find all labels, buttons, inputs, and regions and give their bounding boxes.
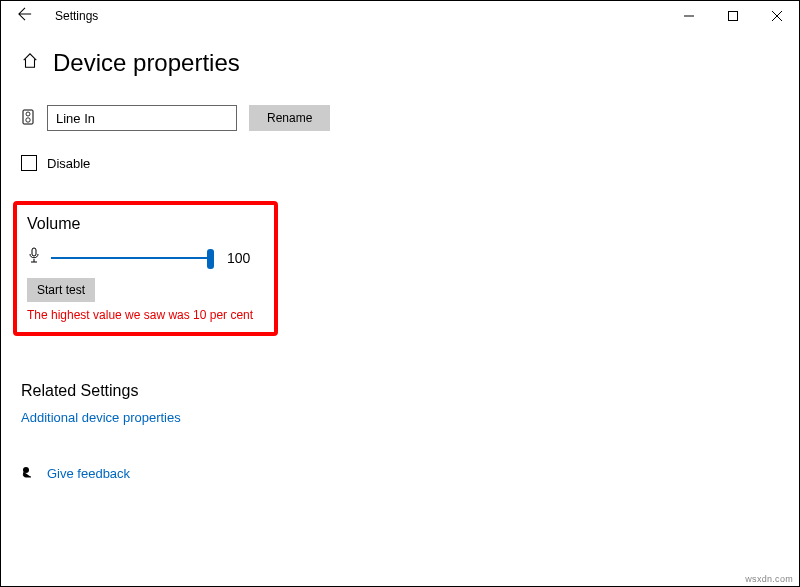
additional-device-properties-link[interactable]: Additional device properties: [21, 410, 779, 425]
volume-value: 100: [227, 250, 250, 266]
close-button[interactable]: [755, 1, 799, 31]
svg-rect-5: [32, 248, 36, 256]
volume-slider[interactable]: [51, 248, 211, 268]
content-area: Device properties Rename Disable Volume …: [1, 31, 799, 500]
disable-row: Disable: [21, 155, 779, 171]
window-controls: [667, 1, 799, 31]
device-icon: [21, 109, 35, 127]
device-name-input[interactable]: [47, 105, 237, 131]
feedback-row: Give feedback: [21, 465, 779, 482]
volume-section-title: Volume: [27, 215, 262, 233]
titlebar: Settings: [1, 1, 799, 31]
device-name-row: Rename: [21, 105, 779, 131]
related-settings-title: Related Settings: [21, 382, 779, 400]
slider-thumb[interactable]: [207, 249, 214, 269]
start-test-button[interactable]: Start test: [27, 278, 95, 302]
window-title: Settings: [55, 9, 98, 23]
maximize-button[interactable]: [711, 1, 755, 31]
slider-track: [51, 257, 211, 259]
minimize-button[interactable]: [667, 1, 711, 31]
close-icon: [772, 11, 782, 21]
svg-rect-1: [729, 11, 738, 20]
rename-button[interactable]: Rename: [249, 105, 330, 131]
home-icon[interactable]: [21, 52, 39, 74]
back-button[interactable]: [5, 7, 45, 24]
volume-section-highlight: Volume 100 Start test The highest value …: [13, 201, 278, 336]
page-title: Device properties: [53, 49, 240, 77]
svg-point-4: [26, 118, 30, 122]
give-feedback-link[interactable]: Give feedback: [47, 466, 130, 481]
test-result-text: The highest value we saw was 10 per cent: [27, 308, 262, 322]
svg-point-3: [26, 112, 30, 116]
microphone-icon: [27, 247, 41, 268]
watermark: wsxdn.com: [745, 574, 793, 584]
disable-label: Disable: [47, 156, 90, 171]
minimize-icon: [684, 11, 694, 21]
maximize-icon: [728, 11, 738, 21]
volume-slider-row: 100: [27, 247, 262, 268]
back-arrow-icon: [18, 7, 32, 21]
disable-checkbox[interactable]: [21, 155, 37, 171]
page-heading: Device properties: [21, 49, 779, 77]
feedback-icon: [21, 465, 35, 482]
